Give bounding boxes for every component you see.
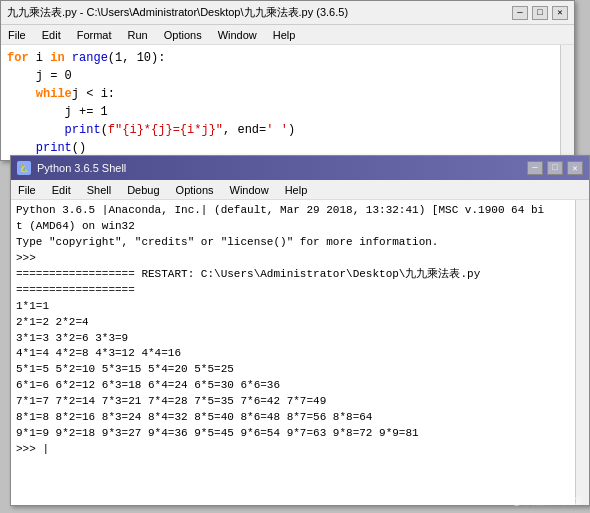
output-line-1: 1*1=1 bbox=[16, 299, 584, 315]
menu-edit[interactable]: Edit bbox=[39, 28, 64, 42]
shell-menu-file[interactable]: File bbox=[15, 183, 39, 197]
code-line-3: while j < i: bbox=[7, 85, 568, 103]
output-line-2: 2*1=2 2*2=4 bbox=[16, 315, 584, 331]
code-line-1: for i in range(1, 10): bbox=[7, 49, 568, 67]
watermark: CSDN @小熊猫爱恰饭 bbox=[481, 494, 582, 508]
code-line-4: j += 1 bbox=[7, 103, 568, 121]
intro-line-3: Type "copyright", "credits" or "license(… bbox=[16, 235, 584, 251]
code-line-2: j = 0 bbox=[7, 67, 568, 85]
shell-close-button[interactable]: ✕ bbox=[567, 161, 583, 175]
editor-menubar: File Edit Format Run Options Window Help bbox=[1, 25, 574, 45]
shell-maximize-button[interactable]: □ bbox=[547, 161, 563, 175]
editor-controls: ─ □ ✕ bbox=[512, 6, 568, 20]
output-line-3: 3*1=3 3*2=6 3*3=9 bbox=[16, 331, 584, 347]
output-line-5: 5*1=5 5*2=10 5*3=15 5*4=20 5*5=25 bbox=[16, 362, 584, 378]
shell-menu-edit[interactable]: Edit bbox=[49, 183, 74, 197]
shell-titlebar: 🐍 Python 3.6.5 Shell ─ □ ✕ bbox=[11, 156, 589, 180]
shell-title-bar: 🐍 Python 3.6.5 Shell bbox=[17, 161, 126, 175]
output-line-4: 4*1=4 4*2=8 4*3=12 4*4=16 bbox=[16, 346, 584, 362]
output-line-8: 8*1=8 8*2=16 8*3=24 8*4=32 8*5=40 8*6=48… bbox=[16, 410, 584, 426]
shell-minimize-button[interactable]: ─ bbox=[527, 161, 543, 175]
menu-window[interactable]: Window bbox=[215, 28, 260, 42]
shell-title-text: Python 3.6.5 Shell bbox=[37, 162, 126, 174]
shell-scrollbar[interactable] bbox=[575, 200, 589, 505]
shell-menu-help[interactable]: Help bbox=[282, 183, 311, 197]
intro-line-1: Python 3.6.5 |Anaconda, Inc.| (default, … bbox=[16, 203, 584, 219]
output-line-6: 6*1=6 6*2=12 6*3=18 6*4=24 6*5=30 6*6=36 bbox=[16, 378, 584, 394]
code-line-5: print(f"{i}*{j}={i*j}", end=' ') bbox=[7, 121, 568, 139]
first-prompt: >>> bbox=[16, 251, 584, 267]
menu-format[interactable]: Format bbox=[74, 28, 115, 42]
editor-scrollbar[interactable] bbox=[560, 45, 574, 160]
close-button[interactable]: ✕ bbox=[552, 6, 568, 20]
menu-file[interactable]: File bbox=[5, 28, 29, 42]
python-icon: 🐍 bbox=[17, 161, 31, 175]
shell-menu-window[interactable]: Window bbox=[227, 183, 272, 197]
shell-menu-options[interactable]: Options bbox=[173, 183, 217, 197]
menu-help[interactable]: Help bbox=[270, 28, 299, 42]
menu-run[interactable]: Run bbox=[125, 28, 151, 42]
restart-line: ================== RESTART: C:\Users\Adm… bbox=[16, 267, 584, 299]
shell-window: 🐍 Python 3.6.5 Shell ─ □ ✕ File Edit She… bbox=[10, 155, 590, 506]
menu-options[interactable]: Options bbox=[161, 28, 205, 42]
final-prompt: >>> | bbox=[16, 442, 584, 458]
shell-menu-shell[interactable]: Shell bbox=[84, 183, 114, 197]
shell-content[interactable]: Python 3.6.5 |Anaconda, Inc.| (default, … bbox=[11, 200, 589, 505]
output-line-9: 9*1=9 9*2=18 9*3=27 9*4=36 9*5=45 9*6=54… bbox=[16, 426, 584, 442]
minimize-button[interactable]: ─ bbox=[512, 6, 528, 20]
shell-menu-debug[interactable]: Debug bbox=[124, 183, 162, 197]
maximize-button[interactable]: □ bbox=[532, 6, 548, 20]
editor-title: 九九乘法表.py - C:\Users\Administrator\Deskto… bbox=[7, 5, 348, 20]
editor-content: for i in range(1, 10): j = 0 while j < i… bbox=[1, 45, 574, 160]
shell-menubar: File Edit Shell Debug Options Window Hel… bbox=[11, 180, 589, 200]
intro-line-2: t (AMD64) on win32 bbox=[16, 219, 584, 235]
shell-controls: ─ □ ✕ bbox=[527, 161, 583, 175]
output-line-7: 7*1=7 7*2=14 7*3=21 7*4=28 7*5=35 7*6=42… bbox=[16, 394, 584, 410]
editor-titlebar: 九九乘法表.py - C:\Users\Administrator\Deskto… bbox=[1, 1, 574, 25]
editor-window: 九九乘法表.py - C:\Users\Administrator\Deskto… bbox=[0, 0, 575, 161]
